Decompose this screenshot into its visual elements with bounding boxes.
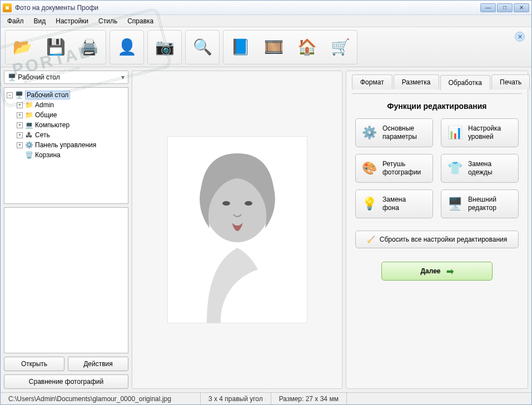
tool-home[interactable]: 🏠 <box>291 32 322 63</box>
tree-item-label: Сеть <box>35 131 50 139</box>
print-icon: 🖨️ <box>78 36 100 58</box>
close-button[interactable]: ✕ <box>514 3 529 12</box>
tool-save[interactable]: 💾 <box>40 32 71 63</box>
tool-help-book[interactable]: 📘 <box>225 32 256 63</box>
edit-basic-params[interactable]: ⚙️ Основные параметры <box>355 118 433 147</box>
tool-video[interactable]: 🎞️ <box>258 32 289 63</box>
tab-format[interactable]: Формат <box>352 74 392 89</box>
tree-item-control-panel[interactable]: +⚙️Панель управления <box>17 140 126 150</box>
expander-plus-icon[interactable]: + <box>17 102 23 108</box>
menu-file[interactable]: Файл <box>3 16 28 26</box>
edit-retouch[interactable]: 🎨 Ретушь фотографии <box>355 154 433 183</box>
tree-item-network[interactable]: +🖧Сеть <box>17 130 126 140</box>
menu-view[interactable]: Вид <box>29 16 51 26</box>
reset-button[interactable]: 🧹 Сбросить все настройки редактирования <box>355 231 519 248</box>
tree-item-label: Admin <box>35 101 54 109</box>
status-path: C:\Users\Admin\Documents\glamour_0000_or… <box>1 393 201 404</box>
tree-item-label: Панель управления <box>35 141 96 149</box>
tree-item-admin[interactable]: +📁Admin <box>17 100 126 110</box>
tab-processing[interactable]: Обработка <box>440 75 491 90</box>
next-button[interactable]: Далее ➡ <box>381 262 493 281</box>
edit-background[interactable]: 💡 Замена фона <box>355 189 433 218</box>
edit-clothes[interactable]: 👕 Замена одежды <box>441 154 519 183</box>
portrait-placeholder-icon <box>168 137 307 323</box>
tab-layout[interactable]: Разметка <box>394 74 439 89</box>
center-panel <box>132 71 342 389</box>
edit-levels[interactable]: 📊 Настройка уровней <box>441 118 519 147</box>
edit-btn-label: Настройка уровней <box>468 124 501 141</box>
tool-group-camera: 📷 <box>147 30 182 64</box>
tool-zoom-image[interactable]: 🔍 <box>187 32 218 63</box>
status-corner: 3 x 4 правый угол <box>201 393 271 404</box>
statusbar: C:\Users\Admin\Documents\glamour_0000_or… <box>1 392 531 404</box>
maximize-button[interactable]: □ <box>497 3 513 12</box>
folder-icon: 📁 <box>24 111 33 119</box>
zoom-image-icon: 🔍 <box>191 36 213 58</box>
tool-print[interactable]: 🖨️ <box>73 32 105 63</box>
tree-item-recycle[interactable]: 🗑️Корзина <box>17 150 126 160</box>
arrow-right-icon: ➡ <box>446 266 454 277</box>
edit-section-title: Функции редактирования <box>352 102 522 111</box>
path-combo[interactable]: 🖥️ Рабочий стол ▾ <box>4 71 128 84</box>
edit-external[interactable]: 🖥️ Внешний редактор <box>441 189 519 218</box>
tree-root[interactable]: − 🖥️ Рабочий стол <box>7 90 126 100</box>
expander-plus-icon[interactable]: + <box>17 132 23 138</box>
tab-label: Формат <box>360 78 384 86</box>
expander-minus-icon[interactable]: − <box>7 92 13 98</box>
tree-item-computer[interactable]: +💻Компьютер <box>17 120 126 130</box>
tab-print[interactable]: Печать <box>491 74 530 89</box>
tree-item-label: Компьютер <box>35 121 69 129</box>
right-panel: Формат Разметка Обработка Печать Функции… <box>346 71 528 389</box>
cart-icon: 🛒 <box>329 36 351 58</box>
menu-help[interactable]: Справка <box>123 16 158 26</box>
camera-icon: 📷 <box>153 36 176 58</box>
tree-item-label: Корзина <box>35 151 61 159</box>
tree-children: +📁Admin +📁Общие +💻Компьютер +🖧Сеть +⚙️Па… <box>7 100 126 160</box>
expander-plus-icon[interactable]: + <box>17 122 23 128</box>
gear-icon: ⚙️ <box>361 125 377 141</box>
menu-style[interactable]: Стиль <box>94 16 122 26</box>
network-icon: 🖧 <box>24 131 33 139</box>
tool-camera[interactable]: 📷 <box>149 32 180 63</box>
tool-user-magnify[interactable]: 👤 <box>111 32 142 63</box>
tool-group-misc: 📘 🎞️ 🏠 🛒 <box>223 30 357 64</box>
clothes-icon: 👕 <box>447 161 463 176</box>
expander-plus-icon[interactable]: + <box>17 112 23 118</box>
actions-button[interactable]: Действия <box>68 357 128 371</box>
tool-cart[interactable]: 🛒 <box>325 32 356 63</box>
tab-underline <box>352 93 522 94</box>
compare-button[interactable]: Сравнение фотографий <box>4 374 128 389</box>
actions-button-label: Действия <box>83 360 113 368</box>
status-size: Размер: 27 x 34 мм <box>271 393 347 404</box>
path-combo-label: Рабочий стол <box>18 73 59 81</box>
tab-row: Формат Разметка Обработка Печать <box>352 74 522 89</box>
tree-item-public[interactable]: +📁Общие <box>17 110 126 120</box>
thumbnail-preview <box>4 207 128 353</box>
folder-tree[interactable]: − 🖥️ Рабочий стол +📁Admin +📁Общие +💻Комп… <box>4 87 128 204</box>
minimize-button[interactable]: — <box>480 3 496 12</box>
reset-button-label: Сбросить все настройки редактирования <box>380 236 508 243</box>
open-button-label: Открыть <box>21 360 47 368</box>
toolbar-close-hint[interactable]: ✕ <box>515 32 525 42</box>
help-book-icon: 📘 <box>229 36 251 58</box>
tab-label: Обработка <box>449 79 483 87</box>
toolbar: 📂 💾 🖨️ 👤 📷 🔍 📘 🎞️ 🏠 🛒 ✕ <box>1 27 531 67</box>
external-editor-icon: 🖥️ <box>447 196 463 212</box>
expander-plus-icon[interactable]: + <box>17 142 23 148</box>
left-buttons: Открыть Действия <box>4 357 128 371</box>
app-window: ◙ Фото на документы Профи — □ ✕ Файл Вид… <box>0 0 532 405</box>
open-button[interactable]: Открыть <box>4 357 64 371</box>
recycle-bin-icon: 🗑️ <box>24 151 33 159</box>
menu-settings[interactable]: Настройки <box>51 16 93 26</box>
tree-root-label: Рабочий стол <box>25 91 70 99</box>
tab-label: Разметка <box>402 78 431 86</box>
broom-icon: 🧹 <box>367 236 375 243</box>
tab-label: Печать <box>500 78 521 86</box>
tool-open[interactable]: 📂 <box>7 32 38 63</box>
folder-user-icon: 📁 <box>24 101 33 109</box>
photo-preview[interactable] <box>168 137 307 323</box>
tool-group-file: 📂 💾 🖨️ <box>5 30 106 64</box>
save-icon: 💾 <box>44 36 67 58</box>
levels-icon: 📊 <box>447 125 463 141</box>
titlebar: ◙ Фото на документы Профи — □ ✕ <box>1 1 531 15</box>
